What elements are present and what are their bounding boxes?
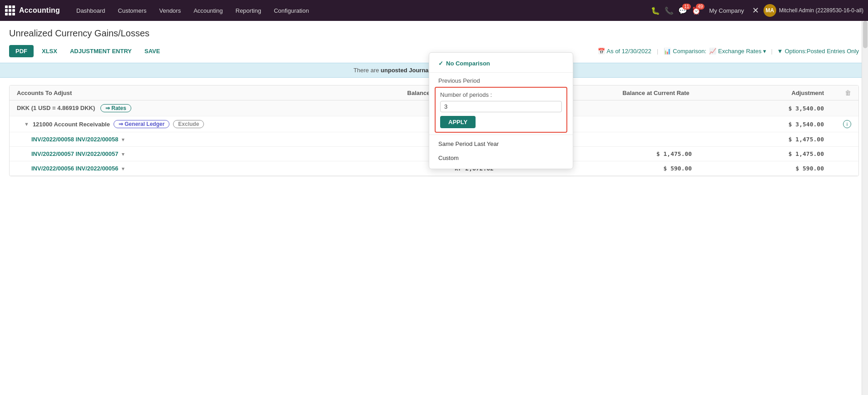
- page-title: Unrealized Currency Gains/Losses: [9, 28, 859, 39]
- entry-link[interactable]: INV/2022/00057 INV/2022/00057: [31, 150, 119, 157]
- rates-tag[interactable]: ⇒ Rates: [100, 104, 131, 112]
- apply-button[interactable]: APPLY: [440, 116, 476, 128]
- previous-period-label: Previous Period: [438, 77, 480, 84]
- exchange-rates-label: Exchange Rates: [718, 48, 761, 55]
- bar-chart-icon: 📊: [664, 48, 671, 55]
- info-icon[interactable]: i: [843, 120, 851, 128]
- chat-icon[interactable]: 💬11: [678, 6, 687, 15]
- account-actions: i: [824, 120, 851, 128]
- filter-icon: ▼: [777, 48, 783, 55]
- number-of-periods-input[interactable]: [440, 101, 562, 112]
- separator: [429, 135, 573, 135]
- company-name: My Company: [709, 7, 744, 14]
- number-of-periods-label: Number of periods :: [440, 91, 562, 98]
- dropdown-item-same-period[interactable]: Same Period Last Year: [429, 137, 573, 151]
- close-icon[interactable]: ✕: [752, 5, 759, 15]
- separator: [429, 72, 573, 73]
- dropdown-item-no-comparison[interactable]: ✓ No Comparison: [429, 56, 573, 70]
- dropdown-item-custom[interactable]: Custom: [429, 151, 573, 165]
- entry-label: INV/2022/00057 INV/2022/00057 ▾: [31, 150, 296, 157]
- exchange-rates-filter[interactable]: 📈 Exchange Rates ▾: [709, 48, 766, 55]
- phone-icon[interactable]: 📞: [665, 6, 674, 15]
- col-header-actions: 🗑: [824, 89, 851, 96]
- avatar: MA: [764, 4, 776, 17]
- top-menu: Dashboard Customers Vendors Accounting R…: [71, 5, 651, 17]
- as-of-label: As of 12/30/2022: [607, 48, 651, 55]
- expand-icon[interactable]: ▼: [24, 121, 29, 127]
- trending-icon: 📈: [709, 48, 716, 55]
- pdf-button[interactable]: PDF: [9, 45, 34, 57]
- entry-link[interactable]: INV/2022/00058 INV/2022/00058: [31, 136, 119, 143]
- user-menu[interactable]: MA Mitchell Admin (22289530-16-0-all): [764, 4, 863, 17]
- clock-badge: 49: [696, 4, 704, 10]
- entry-adjustment: $ 590.00: [692, 165, 824, 172]
- app-brand: Accounting: [19, 6, 60, 15]
- calendar-icon: 📅: [598, 48, 605, 55]
- menu-item-vendors[interactable]: Vendors: [154, 5, 186, 17]
- previous-period-box: Number of periods : APPLY: [435, 87, 567, 133]
- exclude-tag[interactable]: Exclude: [173, 120, 204, 128]
- clock-icon[interactable]: ⏰49: [692, 6, 701, 15]
- scrollbar-track[interactable]: [862, 21, 868, 395]
- activity-icon[interactable]: 🐛: [651, 6, 660, 15]
- menu-item-configuration[interactable]: Configuration: [268, 5, 314, 17]
- menu-item-accounting[interactable]: Accounting: [188, 5, 228, 17]
- save-button[interactable]: SAVE: [140, 45, 164, 57]
- comparison-dropdown: ✓ No Comparison Previous Period Number o…: [429, 52, 573, 169]
- scrollbar-thumb[interactable]: [863, 21, 868, 48]
- adjustment-entry-button[interactable]: ADJUSTMENT ENTRY: [65, 45, 136, 57]
- col-header-adjustment: Adjustment: [689, 90, 824, 96]
- entry-adjustment: $ 1,475.00: [692, 150, 824, 157]
- trash-icon[interactable]: 🗑: [845, 89, 851, 96]
- custom-label: Custom: [438, 155, 459, 161]
- entry-arrow-icon: ▾: [122, 166, 124, 171]
- xlsx-button[interactable]: XLSX: [37, 45, 62, 57]
- chevron-down-icon: ▾: [763, 48, 766, 55]
- options-filter[interactable]: ▼ Options:Posted Entries Only: [777, 48, 859, 55]
- top-navigation: Accounting Dashboard Customers Vendors A…: [0, 0, 868, 21]
- general-ledger-tag[interactable]: ⇒ General Ledger: [114, 120, 169, 128]
- page-content: Unrealized Currency Gains/Losses PDF XLS…: [0, 21, 868, 395]
- dropdown-item-previous-period[interactable]: Previous Period: [429, 75, 573, 85]
- menu-item-reporting[interactable]: Reporting: [230, 5, 267, 17]
- comparison-filter[interactable]: 📊 Comparison:: [664, 48, 706, 55]
- same-period-label: Same Period Last Year: [438, 140, 499, 147]
- entry-label: INV/2022/00058 INV/2022/00058 ▾: [31, 136, 296, 143]
- no-comparison-label: No Comparison: [446, 60, 490, 67]
- menu-item-customers[interactable]: Customers: [113, 5, 152, 17]
- entry-arrow-icon: ▾: [122, 151, 124, 157]
- toolbar-filters: 📅 As of 12/30/2022 | 📊 Comparison: 📈 Exc…: [598, 48, 859, 55]
- entry-arrow-icon: ▾: [122, 137, 124, 142]
- topnav-right: 🐛 📞 💬11 ⏰49 My Company ✕ MA Mitchell Adm…: [651, 4, 863, 17]
- as-of-filter[interactable]: 📅 As of 12/30/2022: [598, 48, 651, 55]
- entry-link[interactable]: INV/2022/00056 INV/2022/00056: [31, 165, 119, 172]
- user-name: Mitchell Admin (22289530-16-0-all): [779, 7, 863, 14]
- check-icon: ✓: [438, 60, 443, 67]
- apps-icon[interactable]: [5, 5, 15, 16]
- account-adjustment: $ 3,540.00: [691, 121, 824, 128]
- account-name: 121000 Account Receivable: [33, 121, 110, 128]
- col-header-account: Accounts To Adjust: [17, 90, 286, 96]
- info-prefix: There are: [353, 67, 381, 74]
- entry-adjustment: $ 1,475.00: [692, 136, 824, 143]
- chat-badge: 11: [682, 4, 691, 10]
- currency-label: DKK (1 USD = 4.86919 DKK) ⇒ Rates: [17, 104, 286, 112]
- comparison-label: Comparison:: [673, 48, 706, 55]
- options-label: Options:Posted Entries Only: [785, 48, 859, 55]
- currency-adjustment: $ 3,540.00: [689, 105, 824, 112]
- entry-label: INV/2022/00056 INV/2022/00056 ▾: [31, 165, 296, 172]
- menu-item-dashboard[interactable]: Dashboard: [71, 5, 111, 17]
- account-label: ▼ 121000 Account Receivable ⇒ General Le…: [17, 120, 291, 128]
